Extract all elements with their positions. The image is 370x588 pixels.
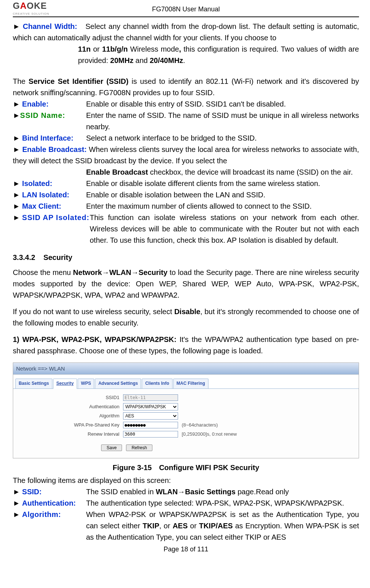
channel-width-cont: 11n or 11b/g/n Wireless mode, this confi… xyxy=(13,44,359,66)
tab-bar: Basic Settings Security WPS Advanced Set… xyxy=(13,375,359,389)
security-para-3: 1) WPA-PSK, WPA2-PSK, WPAPSK/WPA2PSK: It… xyxy=(13,334,359,357)
ssid1-field xyxy=(123,394,178,401)
label-renew-interval: Renew Interval xyxy=(17,431,123,438)
refresh-button[interactable]: Refresh xyxy=(126,444,152,451)
security-para-2: If you do not want to use wireless secur… xyxy=(13,306,359,329)
post-algorithm-item: ► Algorithm: When WPA2-PSK or WPAPSK/WPA… xyxy=(13,509,359,543)
label-wpa-key: WPA Pre-Shared Key xyxy=(17,421,123,429)
panel-title: Network ==> WLAN xyxy=(13,363,359,375)
save-button[interactable]: Save xyxy=(101,444,122,451)
enable-item: ► Enable: Enable or disable this entry o… xyxy=(13,98,359,110)
wpa-key-field[interactable] xyxy=(123,422,178,428)
document-title: FG7008N User Manual xyxy=(13,4,359,15)
algorithm-select[interactable]: AES xyxy=(123,412,178,420)
wlan-security-screenshot: Network ==> WLAN Basic Settings Security… xyxy=(13,362,359,458)
post-authentication-item: ► Authentication: The authentication typ… xyxy=(13,498,359,509)
tab-clients-info[interactable]: Clients Info xyxy=(142,379,172,388)
renew-interval-hint: [0,2592000]s, 0:not renew xyxy=(182,431,237,438)
renew-interval-field[interactable] xyxy=(123,431,178,438)
enable-broadcast-item: ► Enable Broadcast: When wireless client… xyxy=(13,144,359,167)
page-footer: Page 18 of 111 xyxy=(13,544,359,555)
label-authentication: Authentication xyxy=(17,403,123,410)
section-heading-security: 3.3.4.2 Security xyxy=(13,252,359,263)
bind-interface-item: ► Bind Interface: Select a network inter… xyxy=(13,133,359,144)
channel-width-item: ► Channel Width: Select any channel widt… xyxy=(13,21,359,44)
post-ssid-item: ► SSID: The SSID enabled in WLAN→Basic S… xyxy=(13,486,359,498)
security-para-1: Choose the menu Network→WLAN→Security to… xyxy=(13,267,359,301)
tab-basic-settings[interactable]: Basic Settings xyxy=(15,379,52,388)
authentication-select[interactable]: WPAPSK/WPA2PSK xyxy=(123,403,178,410)
label-algorithm: Algorithm xyxy=(17,412,123,420)
lan-isolated-item: ► LAN Isolated: Enable or disable isolat… xyxy=(13,189,359,201)
ssid-name-item: ►SSID Name: Enter the name of SSID. The … xyxy=(13,110,359,133)
ssid-intro: The Service Set Identifier (SSID) is use… xyxy=(13,76,359,98)
ssid-ap-isolated-item: ► SSID AP Isolated: This function can is… xyxy=(13,212,359,246)
max-client-item: ► Max Client: Enter the maximum number o… xyxy=(13,201,359,212)
enable-broadcast-cont: Enable Broadcast checkbox, the device wi… xyxy=(13,167,359,178)
wpa-key-hint: (8~64characters) xyxy=(182,421,218,429)
page-header: GAOKE CREATIVE SOLUTION FG7008N User Man… xyxy=(13,0,359,17)
figure-caption: Figure 3-15 Configure WIFI PSK Security xyxy=(13,462,359,473)
tab-wps[interactable]: WPS xyxy=(78,379,94,388)
tab-advanced-settings[interactable]: Advanced Settings xyxy=(95,379,141,388)
post-fig-intro: The following items are displayed on thi… xyxy=(13,475,359,486)
isolated-item: ► Isolated: Enable or disable isolate di… xyxy=(13,178,359,189)
tab-mac-filtering[interactable]: MAC Filtering xyxy=(173,379,208,388)
label-ssid1: SSID1 xyxy=(17,394,123,401)
term-channel-width: Channel Width: xyxy=(23,22,77,30)
tab-security[interactable]: Security xyxy=(53,379,77,389)
